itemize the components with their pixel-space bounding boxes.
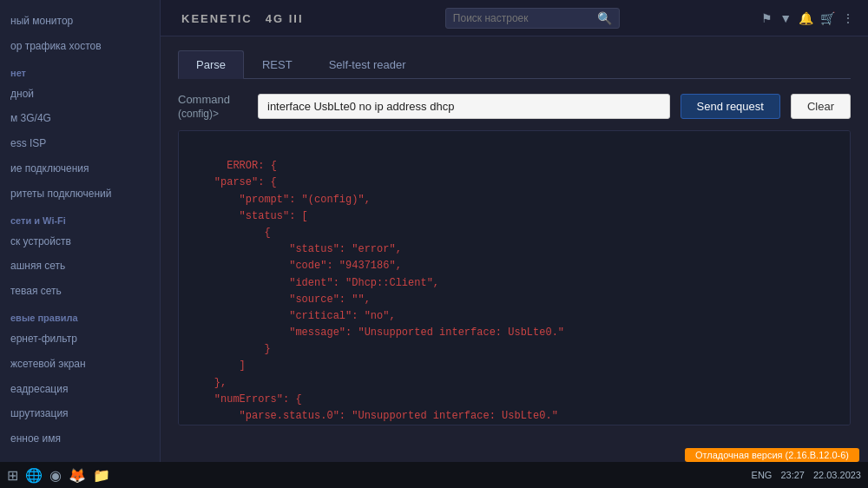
app-icon-3[interactable]: 📁 <box>93 467 110 484</box>
tab-parse[interactable]: Parse <box>178 50 244 79</box>
search-icon: 🔍 <box>597 11 612 25</box>
command-input[interactable] <box>258 94 670 119</box>
sidebar-item-single[interactable]: дной <box>0 82 160 107</box>
sidebar-item-redirect[interactable]: еадресация <box>0 377 160 402</box>
sidebar-item-firewall[interactable]: жсетевой экран <box>0 352 160 377</box>
sidebar-section-net: нет <box>0 59 160 82</box>
main-panel: KEENETIC 4G III 🔍 ⚑ ▼ 🔔 🛒 ⋮ Parse REST <box>161 0 868 488</box>
taskbar-left: ⊞ 🌐 ◉ 🦊 📁 <box>7 467 110 484</box>
arrow-down-icon[interactable]: ▼ <box>779 11 792 25</box>
taskbar: ⊞ 🌐 ◉ 🦊 📁 ENG 23:27 22.03.2023 <box>0 462 868 488</box>
start-icon[interactable]: ⊞ <box>7 467 18 484</box>
search-input[interactable] <box>453 12 592 24</box>
browser-icon[interactable]: 🌐 <box>25 467 43 484</box>
flag-icon[interactable]: ⚑ <box>761 11 773 25</box>
sidebar-item-guest-net[interactable]: тевая сеть <box>0 279 160 304</box>
tab-bar: Parse REST Self-test reader <box>178 50 851 79</box>
sidebar-item-3g4g[interactable]: м 3G/4G <box>0 106 160 131</box>
sidebar-section-wifi: сети и Wi-Fi <box>0 207 160 229</box>
sidebar-item-connections[interactable]: ие подключения <box>0 156 160 181</box>
debug-statusbar: Отладочная версия (2.16.B.12.0-6) <box>685 448 859 462</box>
taskbar-time: 23:27 <box>780 470 805 480</box>
tab-rest[interactable]: REST <box>244 50 311 78</box>
sidebar: ный монитор ор трафика хостов нет дной м… <box>0 0 161 488</box>
sidebar-section-rules: евые правила <box>0 304 160 326</box>
command-label-wrap: Command (config)> <box>178 93 247 120</box>
app-icon-2[interactable]: 🦊 <box>69 467 86 484</box>
sidebar-item-isp[interactable]: ess ISP <box>0 131 160 156</box>
sidebar-item-routing[interactable]: шрутизация <box>0 401 160 426</box>
bell-icon[interactable]: 🔔 <box>799 11 813 25</box>
sidebar-item-filter[interactable]: ернет-фильтр <box>0 326 160 352</box>
command-row: Command (config)> Send request Clear <box>178 93 851 120</box>
command-label: Command <box>178 93 247 106</box>
output-area: ERROR: { "parse": { "prompt": "(config)"… <box>178 130 851 425</box>
taskbar-right: ENG 23:27 22.03.2023 <box>752 470 861 480</box>
sidebar-item-priorities[interactable]: ритеты подключений <box>0 181 160 207</box>
taskbar-lang: ENG <box>752 470 773 480</box>
sidebar-item-home-net[interactable]: ашняя сеть <box>0 254 160 279</box>
taskbar-date: 22.03.2023 <box>813 470 861 480</box>
content-area: Parse REST Self-test reader Command (con… <box>161 36 868 488</box>
dots-icon[interactable]: ⋮ <box>842 11 854 25</box>
send-request-button[interactable]: Send request <box>681 94 780 119</box>
command-config-label: (config)> <box>178 108 247 120</box>
topbar: KEENETIC 4G III 🔍 ⚑ ▼ 🔔 🛒 ⋮ <box>161 0 868 36</box>
cart-icon[interactable]: 🛒 <box>820 11 835 25</box>
sidebar-item-hostname[interactable]: енное имя <box>0 426 160 452</box>
logo: KEENETIC 4G III <box>174 9 304 27</box>
search-bar[interactable]: 🔍 <box>445 8 620 29</box>
topbar-icons: ⚑ ▼ 🔔 🛒 ⋮ <box>761 11 854 25</box>
app-icon-1[interactable]: ◉ <box>49 467 62 484</box>
sidebar-item-monitor[interactable]: ный монитор <box>0 9 160 34</box>
tab-self-test[interactable]: Self-test reader <box>311 50 424 78</box>
sidebar-item-devices[interactable]: ск устройств <box>0 229 160 254</box>
clear-button[interactable]: Clear <box>791 94 851 119</box>
sidebar-item-traffic[interactable]: ор трафика хостов <box>0 34 160 59</box>
